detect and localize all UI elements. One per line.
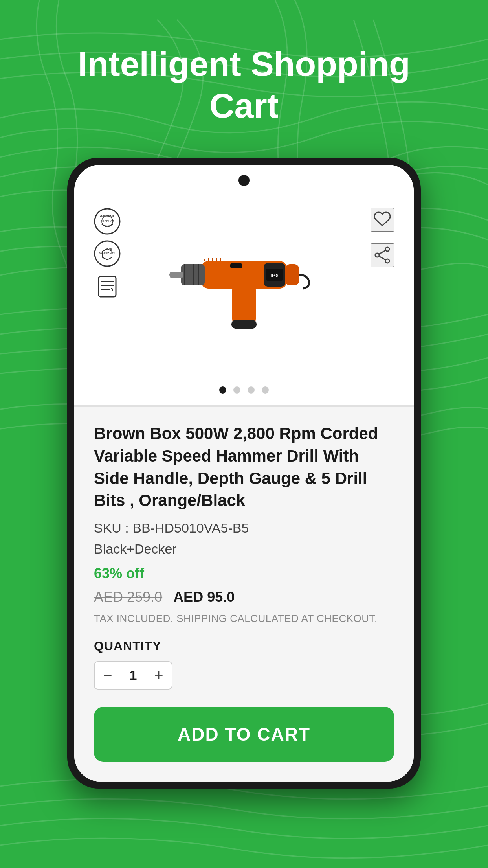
product-title: Brown Box 500W 2,800 Rpm Corded Variable… (94, 423, 394, 512)
carousel-dot-4[interactable] (262, 386, 269, 394)
product-action-icons (371, 208, 394, 267)
sale-price: AED 95.0 (173, 589, 235, 605)
product-image-area: GENUINE PRODUCT 1 YEAR WARRANTY (74, 196, 414, 377)
add-to-cart-button[interactable]: ADD TO CART (94, 707, 394, 762)
svg-line-35 (379, 250, 385, 254)
phone-mockup: GENUINE PRODUCT 1 YEAR WARRANTY (0, 158, 488, 789)
price-row: AED 259.0 AED 95.0 (94, 589, 394, 605)
svg-point-32 (385, 247, 389, 251)
svg-rect-14 (231, 320, 257, 329)
svg-text:PRODUCT: PRODUCT (101, 220, 114, 223)
warranty-badge-icon: 1 YEAR WARRANTY (94, 240, 121, 267)
svg-point-34 (375, 253, 379, 257)
product-info: Brown Box 500W 2,800 Rpm Corded Variable… (74, 407, 414, 782)
svg-line-36 (379, 256, 385, 260)
tax-note: TAX INCLUDED. SHIPPING CALCULATED AT CHE… (94, 612, 394, 625)
product-sku: SKU : BB-HD5010VA5-B5 (94, 520, 394, 536)
svg-rect-13 (232, 283, 256, 326)
page-title: Intelligent Shopping Cart (0, 0, 488, 150)
svg-text:GENUINE: GENUINE (100, 215, 115, 218)
camera-dot (238, 175, 250, 186)
return-badge-icon (94, 272, 121, 299)
wishlist-button[interactable] (371, 208, 394, 232)
svg-rect-30 (230, 263, 242, 268)
quantity-value: 1 (121, 668, 146, 683)
carousel-dots (74, 377, 414, 405)
original-price: AED 259.0 (94, 589, 162, 605)
quantity-decrease-button[interactable]: − (95, 662, 121, 689)
quantity-increase-button[interactable]: + (146, 662, 172, 689)
svg-marker-24 (169, 272, 170, 278)
carousel-dot-1[interactable] (219, 386, 226, 394)
discount-badge: 63% off (94, 565, 394, 582)
svg-text:B+D: B+D (271, 274, 279, 278)
product-image: B+D (169, 222, 319, 348)
phone-top-bar (74, 165, 414, 196)
svg-point-33 (385, 259, 389, 263)
svg-rect-8 (99, 276, 116, 297)
share-button[interactable] (371, 243, 394, 267)
svg-rect-31 (285, 264, 299, 285)
svg-rect-23 (170, 272, 183, 278)
product-badges: GENUINE PRODUCT 1 YEAR WARRANTY (94, 208, 121, 299)
quantity-stepper[interactable]: − 1 + (94, 661, 172, 690)
phone-screen: GENUINE PRODUCT 1 YEAR WARRANTY (74, 165, 414, 782)
quantity-label: QUANTITY (94, 639, 394, 653)
carousel-dot-3[interactable] (248, 386, 255, 394)
product-brand: Black+Decker (94, 541, 394, 557)
carousel-dot-2[interactable] (233, 386, 240, 394)
phone-frame: GENUINE PRODUCT 1 YEAR WARRANTY (67, 158, 421, 789)
svg-text:WARRANTY: WARRANTY (99, 252, 115, 255)
genuine-badge-icon: GENUINE PRODUCT (94, 208, 121, 235)
